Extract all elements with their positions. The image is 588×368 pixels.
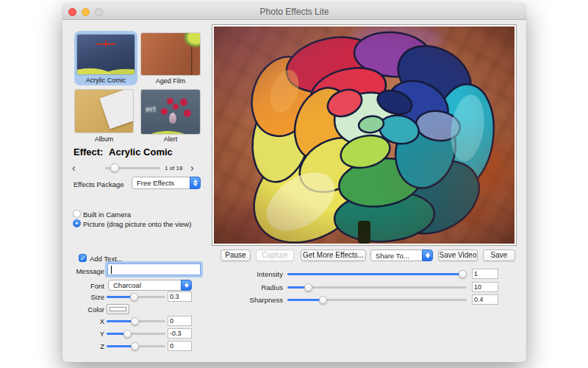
effect-heading-value: Acrylic Comic	[106, 146, 173, 158]
effect-pager-slider[interactable]	[105, 163, 160, 172]
share-to-value: Share To...	[376, 250, 419, 261]
size-slider[interactable]	[107, 292, 165, 301]
slider-thumb[interactable]	[131, 342, 139, 350]
capture-button[interactable]: Capture	[256, 250, 294, 261]
z-value-field[interactable]	[168, 341, 192, 351]
message-label: Message	[74, 267, 104, 275]
add-text-checkbox[interactable]: ✓	[79, 254, 87, 262]
thumbnail-label: Alert	[141, 135, 200, 143]
photo-frame	[212, 24, 517, 246]
thumbnail-label: Album	[75, 135, 133, 143]
stepper-icon	[181, 280, 192, 291]
color-label: Color	[74, 305, 104, 314]
save-video-button[interactable]: Save Video	[438, 250, 478, 261]
y-value-field[interactable]	[168, 328, 192, 339]
font-value: Charcoal	[113, 280, 178, 290]
x-label: X	[74, 317, 104, 325]
x-slider[interactable]	[107, 316, 165, 325]
pause-button[interactable]: Pause	[220, 250, 251, 261]
y-label: Y	[74, 330, 104, 338]
sharpness-slider[interactable]	[287, 295, 467, 304]
radio-label: Built in Camera	[83, 210, 131, 219]
effects-package-value: Free Effects	[137, 177, 187, 188]
alert-overlay-text: ert	[146, 105, 156, 113]
color-well[interactable]	[107, 304, 129, 314]
sharpness-label: Sharpness	[237, 296, 283, 304]
radio-built-in-camera[interactable]	[73, 210, 81, 218]
x-value-field[interactable]	[168, 316, 192, 326]
slider-thumb[interactable]	[110, 163, 119, 172]
slider-thumb[interactable]	[130, 293, 138, 301]
size-label: Size	[74, 293, 104, 301]
effect-pagination: 1 of 18	[165, 165, 185, 171]
y-slider[interactable]	[107, 329, 165, 338]
radius-value-field[interactable]	[472, 282, 498, 292]
title-bar[interactable]: Photo Effects Lite	[62, 4, 526, 20]
color-swatch	[110, 307, 126, 311]
previous-effect-button[interactable]: ‹	[72, 163, 76, 172]
save-button[interactable]: Save	[483, 250, 515, 261]
effects-package-dropdown[interactable]: Free Effects	[132, 177, 201, 189]
rainbow-rose-image	[214, 26, 514, 244]
font-label: Font	[74, 282, 104, 290]
thumbnail-label: Aged Film	[141, 77, 200, 85]
thumbnail-label: Acrylic Comic	[74, 77, 137, 84]
app-window: Photo Effects Lite Acrylic Comic Aged Fi…	[62, 4, 526, 362]
stepper-icon	[190, 177, 201, 189]
message-input[interactable]	[107, 263, 201, 275]
slider-thumb[interactable]	[319, 296, 327, 304]
z-label: Z	[74, 342, 104, 350]
flower-bud	[101, 46, 111, 61]
intensity-slider[interactable]	[287, 269, 467, 278]
sharpness-value-field[interactable]	[472, 294, 498, 305]
z-slider[interactable]	[107, 342, 165, 350]
thumbnail-aged-film[interactable]	[141, 33, 200, 75]
intensity-value-field[interactable]	[472, 269, 498, 279]
radius-label: Radius	[237, 283, 283, 291]
radius-slider[interactable]	[287, 283, 467, 291]
thumbnail-album[interactable]	[75, 90, 133, 132]
font-dropdown[interactable]: Charcoal	[108, 280, 192, 291]
photo-view-drop-target[interactable]	[214, 26, 514, 244]
slider-thumb[interactable]	[304, 283, 312, 291]
share-to-dropdown[interactable]: Share To...	[370, 250, 433, 261]
add-text-label: Add Text...	[90, 255, 123, 263]
slider-thumb[interactable]	[459, 270, 467, 278]
effect-heading: Effect: Acrylic Comic	[74, 146, 173, 158]
effect-heading-label: Effect:	[74, 146, 103, 158]
tilted-photo	[99, 90, 133, 129]
thumbnail-acrylic-comic[interactable]	[77, 35, 135, 74]
effects-package-label: Effects Package	[74, 180, 123, 188]
radio-label: Picture (drag picture onto the view)	[83, 220, 191, 228]
thumbnail-alert[interactable]: ert	[141, 90, 200, 134]
slider-thumb[interactable]	[123, 330, 132, 338]
intensity-label: Intensity	[237, 270, 283, 278]
text-caret	[111, 266, 112, 274]
slider-thumb[interactable]	[131, 317, 139, 325]
radio-picture[interactable]	[73, 219, 81, 227]
stepper-icon	[422, 250, 433, 261]
size-value-field[interactable]	[168, 291, 192, 302]
window-title: Photo Effects Lite	[62, 7, 526, 17]
next-effect-button[interactable]: ›	[190, 163, 194, 172]
get-more-effects-button[interactable]: Get More Effects...	[301, 250, 366, 261]
